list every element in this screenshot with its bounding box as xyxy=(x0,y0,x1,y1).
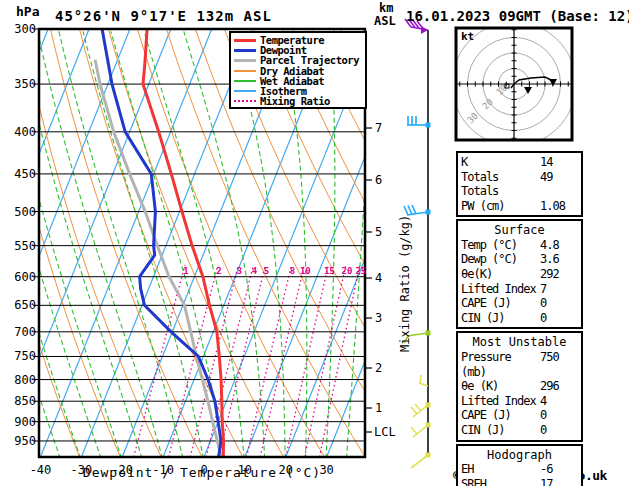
stats-key: Lifted Index xyxy=(461,282,540,297)
legend-label: Mixing Ratio xyxy=(260,96,330,106)
pressure-tick-label: 450 xyxy=(6,167,36,181)
km-unit-label: km xyxy=(379,1,393,15)
stats-value: 3.6 xyxy=(540,252,578,267)
stats-value: 4 xyxy=(540,394,578,409)
pressure-tick-label: 300 xyxy=(6,22,36,36)
pressure-tick-label: 400 xyxy=(6,125,36,139)
stats-key: K xyxy=(461,155,540,170)
stats-row: Temp (°C)4.8 xyxy=(461,238,578,253)
pressure-tick-label: 800 xyxy=(6,373,36,387)
stats-key: Dewp (°C) xyxy=(461,252,540,267)
km-tick-label: 5 xyxy=(375,225,382,239)
legend-swatch xyxy=(234,49,256,52)
km-tick-label: 6 xyxy=(375,173,382,187)
stats-key: CIN (J) xyxy=(461,423,540,438)
stats-row: EH-6 xyxy=(461,462,578,477)
stats-value: 0 xyxy=(540,311,578,326)
mixing-ratio-label: 3 xyxy=(232,266,246,276)
stats-row: K14 xyxy=(461,155,578,170)
stats-value: 4.8 xyxy=(540,238,578,253)
stats-value: -6 xyxy=(540,462,578,477)
stats-box: HodographEH-6SREH17StmDir291°StmSpd (kt)… xyxy=(456,444,583,486)
mixing-ratio-label: 10 xyxy=(298,266,312,276)
stats-row: CIN (J)0 xyxy=(461,423,578,438)
legend-box: TemperatureDewpointParcel TrajectoryDry … xyxy=(229,31,367,109)
pressure-tick-label: 600 xyxy=(6,270,36,284)
pressure-tick-label: 850 xyxy=(6,394,36,408)
pressure-tick-label: 650 xyxy=(6,298,36,312)
stats-box: Most UnstablePressure (mb)750θe (K)296Li… xyxy=(456,331,583,441)
stats-row: Totals Totals49 xyxy=(461,170,578,199)
stats-row: CIN (J)0 xyxy=(461,311,578,326)
mixing-ratio-label: 5 xyxy=(259,266,273,276)
stats-key: Pressure (mb) xyxy=(461,350,540,379)
stats-row: Lifted Index7 xyxy=(461,282,578,297)
pressure-tick-label: 350 xyxy=(6,77,36,91)
pressure-tick-label: 700 xyxy=(6,325,36,339)
legend-row: Mixing Ratio xyxy=(234,96,365,106)
stats-key: EH xyxy=(461,462,540,477)
mixing-ratio-label: 15 xyxy=(322,266,336,276)
stats-row: θe (K)296 xyxy=(461,379,578,394)
legend-swatch xyxy=(234,39,256,42)
km-tick-label: 3 xyxy=(375,311,382,325)
mixing-ratio-label: 1 xyxy=(179,266,193,276)
stats-value: 14 xyxy=(540,155,578,170)
stats-panel: K14Totals Totals49PW (cm)1.08SurfaceTemp… xyxy=(456,151,583,486)
km-tick-label: 4 xyxy=(375,271,382,285)
stats-key: CAPE (J) xyxy=(461,296,540,311)
hodograph-unit-label: kt xyxy=(461,30,474,43)
stats-box: SurfaceTemp (°C)4.8Dewp (°C)3.6θe(K)292L… xyxy=(456,219,583,329)
stats-value: 0 xyxy=(540,408,578,423)
stats-row: SREH17 xyxy=(461,477,578,486)
stats-row: Lifted Index4 xyxy=(461,394,578,409)
stats-row: CAPE (J)0 xyxy=(461,408,578,423)
stats-value: 292 xyxy=(540,267,578,282)
stats-row: θe(K)292 xyxy=(461,267,578,282)
stats-key: Temp (°C) xyxy=(461,238,540,253)
stats-key: SREH xyxy=(461,477,540,486)
asl-unit-label: ASL xyxy=(374,14,396,28)
stats-key: PW (cm) xyxy=(461,199,540,214)
stats-key: θe (K) xyxy=(461,379,540,394)
mixing-ratio-label: 20 xyxy=(340,266,354,276)
legend-label: Parcel Trajectory xyxy=(260,55,359,65)
pressure-tick-label: 950 xyxy=(6,434,36,448)
stats-key: CAPE (J) xyxy=(461,408,540,423)
pressure-tick-label: 750 xyxy=(6,349,36,363)
mixing-ratio-axis-title: Mixing Ratio (g/kg) xyxy=(398,215,412,352)
stats-value: 7 xyxy=(540,282,578,297)
km-tick-label: 1 xyxy=(375,401,382,415)
stats-key: Totals Totals xyxy=(461,170,540,199)
pressure-tick-label: 550 xyxy=(6,239,36,253)
stats-value: 0 xyxy=(540,423,578,438)
km-tick-label: 2 xyxy=(375,361,382,375)
stats-value: 1.08 xyxy=(540,199,578,214)
stats-row: CAPE (J)0 xyxy=(461,296,578,311)
pressure-tick-label: 900 xyxy=(6,415,36,429)
legend-swatch xyxy=(234,70,256,72)
stats-key: CIN (J) xyxy=(461,311,540,326)
x-axis-title: Dewpoint / Temperature (°C) xyxy=(39,465,365,480)
stats-box-title: Surface xyxy=(461,223,578,238)
mixing-ratio-label: 25 xyxy=(354,266,368,276)
stats-box: K14Totals Totals49PW (cm)1.08 xyxy=(456,151,583,217)
sounding-chart-app: 102030 hPa 45°26'N 9°17'E 132m ASL km AS… xyxy=(0,0,629,486)
legend-swatch xyxy=(234,90,256,92)
stats-box-title: Most Unstable xyxy=(461,335,578,350)
mixing-ratio-label: 2 xyxy=(212,266,226,276)
pressure-unit-label: hPa xyxy=(16,4,39,19)
km-tick-label: 7 xyxy=(375,121,382,135)
legend-swatch xyxy=(234,59,256,62)
legend-swatch xyxy=(234,100,256,102)
stats-value: 17 xyxy=(540,477,578,486)
pressure-tick-label: 500 xyxy=(6,205,36,219)
stats-row: PW (cm)1.08 xyxy=(461,199,578,214)
stats-key: Lifted Index xyxy=(461,394,540,409)
stats-box-title: Hodograph xyxy=(461,448,578,463)
stats-value: 296 xyxy=(540,379,578,394)
stats-value: 750 xyxy=(540,350,578,379)
legend-swatch xyxy=(234,80,256,82)
lcl-label: LCL xyxy=(374,425,396,439)
stats-value: 49 xyxy=(540,170,578,199)
